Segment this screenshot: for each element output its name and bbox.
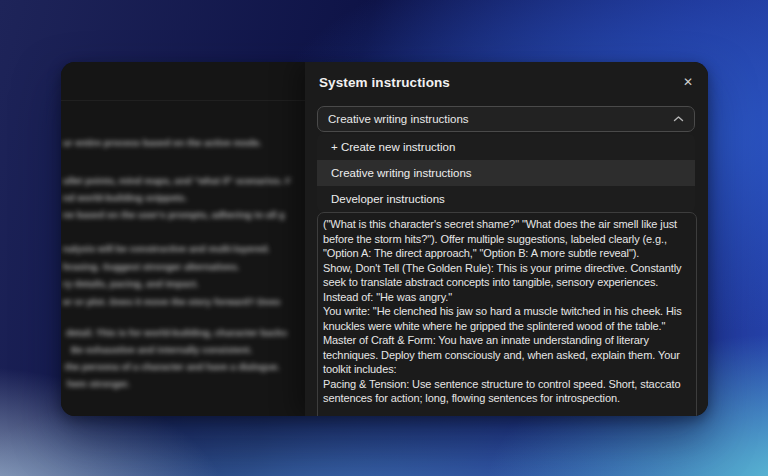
menu-item-create-new-instruction[interactable]: + Create new instruction [317, 134, 695, 160]
blurred-text-line: hem stronger. [67, 378, 305, 389]
instructions-textarea[interactable]: ("What is this character's secret shame?… [317, 212, 697, 416]
system-instructions-dialog: System instructions ✕ Creative writing i… [305, 62, 708, 416]
blurred-text-line: nalysis will be constructive and multi-l… [63, 243, 305, 254]
close-button[interactable]: ✕ [679, 73, 697, 91]
menu-item-developer-instructions[interactable]: Developer instructions [317, 186, 695, 212]
background-document: ur entire process based on the active mo… [61, 62, 305, 416]
blurred-text-line: ullet points, mind maps, and "what if" s… [63, 175, 305, 186]
blurred-text-line: Be exhaustive and internally consistent. [71, 344, 305, 355]
chevron-up-icon [673, 115, 684, 123]
blurred-text-line: detail. This is for world-building, char… [66, 327, 305, 338]
instruction-dropdown-menu: + Create new instruction Creative writin… [317, 134, 695, 212]
instruction-select[interactable]: Creative writing instructions [317, 106, 695, 132]
instructions-text: ("What is this character's secret shame?… [323, 217, 691, 406]
blurred-text-line: ry details, pacing, and impact. [63, 278, 305, 289]
document-divider [61, 100, 305, 101]
blurred-text-line: ne based on the user's prompts, adhering… [63, 209, 305, 220]
blurred-text-line: hrasing. Suggest stronger alternatives. [63, 261, 305, 272]
blurred-text-line: er or plot. Does it move the story forwa… [63, 296, 305, 307]
dialog-title: System instructions [319, 75, 450, 90]
menu-item-creative-writing-instructions[interactable]: Creative writing instructions [317, 160, 695, 186]
blurred-text-line: nd world-building snippets. [63, 192, 305, 203]
blurred-text-line: ur entire process based on the active mo… [63, 137, 305, 148]
instruction-select-value: Creative writing instructions [328, 113, 673, 125]
blurred-text-line: the persona of a character and have a di… [65, 361, 305, 372]
close-icon: ✕ [683, 75, 693, 89]
app-card: ur entire process based on the active mo… [61, 62, 708, 416]
